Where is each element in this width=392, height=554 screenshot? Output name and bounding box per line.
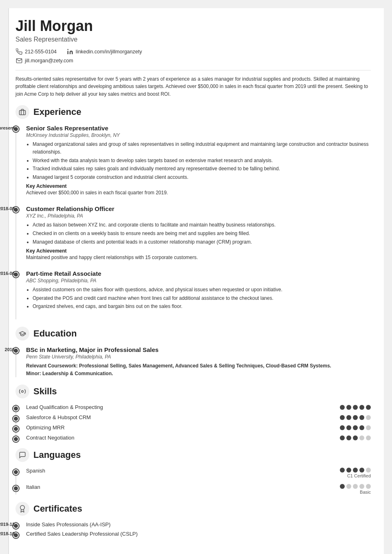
skill-2: Salesforce & Hubspot CRM [26, 414, 371, 420]
education-section: Education 2016 BSc in Marketing, Major i… [15, 327, 371, 377]
svg-point-2 [22, 391, 24, 393]
skills-list: Lead Qualification & Prospecting Salesfo… [15, 404, 371, 441]
summary-section: Results-oriented sales representative fo… [15, 70, 371, 98]
ld2-e4 [359, 484, 364, 489]
experience-entries: 2018-09 - present Senior Sales Represent… [15, 125, 371, 319]
dot-3-f3 [353, 425, 358, 430]
skill-dots-4 [340, 435, 371, 440]
lang-1: Spanish C1 Certified [26, 468, 371, 478]
date-1: 2018-09 - present [0, 125, 15, 130]
skill-3: Optimizing MRR [26, 424, 371, 431]
skill-dots-3 [340, 425, 371, 430]
bullet-1-4: Managed largest 5 corporate construction… [33, 174, 371, 181]
date-2: 2016-09 - 2018-08 [0, 206, 15, 211]
minor-1: Minor: Leadership & Communication. [26, 370, 371, 378]
phone-icon [15, 48, 23, 55]
dot-f4 [359, 405, 364, 410]
job-title-2: Customer Relationship Officer [26, 205, 371, 212]
email-item: jill.morgan@zety.com [15, 57, 73, 64]
minor-label: Minor: [26, 371, 41, 376]
experience-header: Experience [15, 105, 371, 119]
certificates-header: Certificates [15, 502, 371, 516]
lang-dot-2 [13, 486, 19, 491]
linkedin-item: linkedin.com/in/jillmorganzety [66, 48, 142, 55]
bullet-3-2: Operated the POS and credit card machine… [33, 295, 371, 302]
experience-title: Experience [33, 107, 81, 117]
skills-header: Skills [15, 385, 371, 398]
bullet-1-2: Worked with the data analysis team to de… [33, 157, 371, 165]
skill-name-1: Lead Qualification & Prospecting [26, 404, 103, 410]
dot-4-e5 [366, 435, 371, 440]
bullet-3-1: Assisted customers on the sales floor wi… [33, 286, 371, 294]
dot-2-f2 [346, 415, 351, 420]
bullets-3: Assisted customers on the sales floor wi… [26, 286, 371, 310]
email-text: jill.morgan@zety.com [25, 58, 73, 64]
contact-row: 212-555-0104 linkedin.com/in/jillmorganz… [15, 48, 371, 55]
achievement-text-1: Achieved over $500,000 in sales in each … [26, 189, 371, 196]
ld1-f4 [359, 468, 364, 473]
achievement-label-1: Key Achievement [26, 183, 371, 189]
lang-2: Italian Basic [26, 484, 371, 495]
candidate-name: Jill Morgan [15, 18, 371, 34]
education-body: 2016 BSc in Marketing, Major in Professi… [15, 346, 371, 377]
resume-container: Jill Morgan Sales Representative 212-555… [8, 8, 384, 554]
edu-year-1: 2016 [0, 347, 15, 352]
skill-dot-4 [13, 436, 19, 442]
languages-section: Languages Spanish C1 Certified [15, 448, 371, 495]
achievement-label-2: Key Achievement [26, 248, 371, 254]
lang-dots-2 [340, 484, 371, 489]
lang-name-2: Italian [26, 484, 40, 490]
achievement-text-2: Maintained positive and happy client rel… [26, 254, 371, 261]
edu-degree-1: BSc in Marketing, Major in Professional … [26, 346, 371, 353]
name-title: Jill Morgan Sales Representative [15, 18, 371, 43]
coursework-text: Professional Selling, Sales Management, … [79, 363, 331, 369]
skills-icon [15, 385, 29, 398]
lang-name-1: Spanish [26, 468, 45, 474]
languages-title: Languages [33, 450, 81, 460]
education-icon [15, 327, 29, 341]
certificates-list: 2019-12 Inside Sales Professionals (AA-I… [15, 521, 371, 537]
bullets-2: Acted as liaison between XYZ Inc. and co… [26, 221, 371, 246]
experience-icon [15, 105, 29, 119]
cert-name-2: Certified Sales Leadership Professional … [26, 531, 138, 537]
dot-3-f4 [359, 425, 364, 430]
bullets-1: Managed organizational sales and group o… [26, 141, 371, 181]
ld1-f2 [346, 468, 351, 473]
company-2: XYZ Inc., Philadelphia, PA [26, 213, 371, 219]
coursework-1: Relevant Coursework: Professional Sellin… [26, 362, 371, 370]
dot-2-f3 [353, 415, 358, 420]
phone-item: 212-555-0104 [15, 48, 57, 55]
experience-entry-1: 2018-09 - present Senior Sales Represent… [26, 125, 371, 196]
education-header: Education [15, 327, 371, 341]
minor-text: Leadership & Communication. [42, 371, 113, 376]
languages-icon [15, 448, 29, 462]
ld2-e5 [366, 484, 371, 489]
ld1-f1 [340, 468, 345, 473]
dot-f1 [340, 405, 345, 410]
ld1-f3 [353, 468, 358, 473]
experience-entry-3: 2014-07 - 2016-06 Part-time Retail Assoc… [26, 270, 371, 310]
cert-1: 2019-12 Inside Sales Professionals (AA-I… [26, 521, 371, 528]
svg-point-3 [20, 506, 25, 510]
bullet-1-1: Managed organizational sales and group o… [33, 141, 371, 156]
email-icon [15, 57, 23, 64]
svg-rect-1 [20, 111, 26, 115]
bullet-2-2: Checked in on clients on a weekly basis … [33, 230, 371, 237]
certificates-icon [15, 502, 29, 516]
dot-3-f2 [346, 425, 351, 430]
dot-2-f1 [340, 415, 345, 420]
cert-year-1: 2019-12 [0, 522, 15, 527]
cert-year-2: 2018-10 [0, 531, 15, 536]
linkedin-text: linkedin.com/in/jillmorganzety [76, 49, 142, 55]
linkedin-icon [66, 48, 74, 55]
lang-level-1: C1 Certified [347, 473, 371, 478]
dot-4-f1 [340, 435, 345, 440]
phone-text: 212-555-0104 [25, 49, 57, 55]
cert-2: 2018-10 Certified Sales Leadership Profe… [26, 531, 371, 537]
experience-section: Experience 2018-09 - present Senior Sale… [15, 105, 371, 319]
dot-f2 [346, 405, 351, 410]
svg-point-0 [67, 49, 68, 50]
company-1: McKinsey Industrial Supplies, Brooklyn, … [26, 132, 371, 138]
certificates-title: Certificates [33, 503, 82, 514]
summary-text: Results-oriented sales representative fo… [15, 76, 368, 97]
